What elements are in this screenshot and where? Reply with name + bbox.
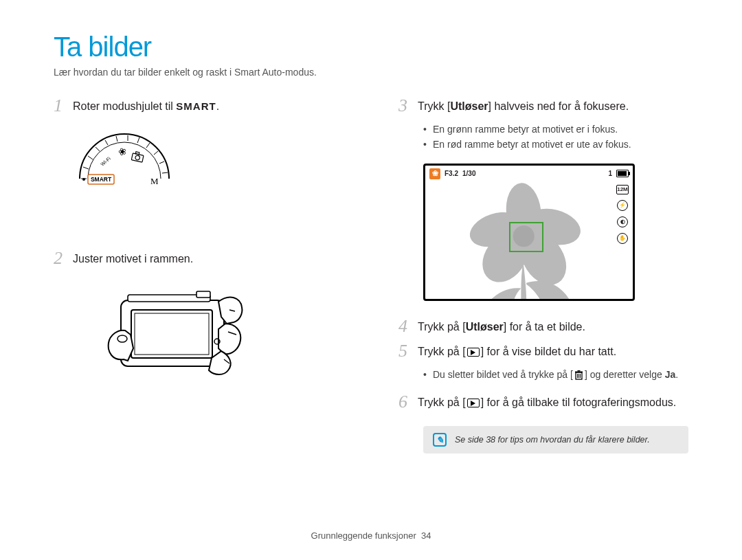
right-column: 3 Trykk [Utløser] halvveis ned for å fok…	[398, 97, 688, 453]
t: ] for å ta et bilde.	[504, 321, 585, 333]
page-subtitle: Lær hvordan du tar bilder enkelt og rask…	[54, 67, 688, 78]
t: ] halvveis ned for å fokusere.	[488, 100, 629, 112]
svg-rect-20	[131, 310, 212, 358]
step-number: 1	[54, 97, 73, 115]
step1-suffix: .	[216, 100, 219, 112]
dial-m-label: M	[150, 176, 159, 186]
step-text: Juster motivet i rammen.	[73, 249, 193, 267]
step-number: 5	[398, 342, 418, 360]
left-column: 1 Roter modushjulet til SMART.	[54, 97, 344, 453]
shutter-label: Utløser	[450, 100, 488, 112]
step-5: 5 Trykk på [] for å vise bildet du har t…	[398, 342, 688, 360]
svg-point-13	[82, 178, 85, 181]
svg-rect-23	[196, 291, 210, 298]
step5-bullets: Du sletter bildet ved å trykke på [] og …	[423, 367, 688, 382]
bullet: Du sletter bildet ved å trykke på [] og …	[423, 367, 688, 382]
mode-dial-illustration: SMART M S A P Wi-Fi ❀	[73, 127, 344, 230]
flash-icon: ⚡	[617, 200, 628, 211]
smart-mode-label: SMART	[176, 100, 216, 112]
t: .	[675, 369, 678, 380]
tip-box: ✎ Se side 38 for tips om hvordan du får …	[423, 426, 688, 453]
svg-rect-17	[73, 186, 176, 230]
step-number: 3	[398, 97, 418, 115]
step1-prefix: Roter modushjulet til	[73, 100, 176, 112]
step-text: Trykk på [Utløser] for å ta et bilde.	[418, 317, 585, 335]
t: ] og deretter velge	[585, 369, 665, 380]
svg-rect-36	[575, 372, 583, 373]
bullet: En grønn ramme betyr at motivet er i fok…	[423, 122, 688, 137]
shots-remaining: 1	[608, 170, 612, 177]
svg-point-24	[117, 335, 127, 342]
page-title: Ta bilder	[54, 32, 688, 63]
resolution-icon: 12M	[616, 185, 629, 194]
info-icon: ✎	[433, 433, 447, 447]
step-text: Trykk på [] for å vise bildet du har tat…	[418, 342, 616, 359]
step-number: 6	[398, 393, 418, 411]
playback-icon	[467, 399, 480, 407]
step3-bullets: En grønn ramme betyr at motivet er i fok…	[423, 122, 688, 153]
dial-smart-label: SMART	[91, 176, 112, 183]
t: Trykk på [	[418, 321, 466, 333]
t: Trykk på [	[418, 346, 466, 357]
step-6: 6 Trykk på [] for å gå tilbake til fotog…	[398, 393, 688, 411]
aperture-value: F3.2	[445, 170, 458, 177]
t: Trykk [	[418, 100, 450, 112]
stabilizer-icon: ✋	[617, 233, 628, 244]
metering-icon: ◐	[617, 216, 628, 227]
step-text: Roter modushjulet til SMART.	[73, 97, 219, 114]
step-2: 2 Juster motivet i rammen.	[54, 249, 344, 267]
bullet: En rød ramme betyr at motivet er ute av …	[423, 137, 688, 152]
step-4: 4 Trykk på [Utløser] for å ta et bilde.	[398, 317, 688, 335]
step-text: Trykk på [] for å gå tilbake til fotogra…	[418, 393, 676, 410]
hands-camera-illustration	[93, 280, 344, 399]
trash-icon	[574, 370, 583, 380]
step-1: 1 Roter modushjulet til SMART.	[54, 97, 344, 115]
t: ] for å gå tilbake til fotograferingsmod…	[481, 396, 677, 408]
step-text: Trykk [Utløser] halvveis ned for å fokus…	[418, 97, 629, 114]
tip-text: Se side 38 for tips om hvordan du får kl…	[455, 435, 650, 445]
lcd-preview-illustration: ❀ F3.2 1/30 1 12M ⚡ ◐ ✋	[423, 164, 688, 301]
t: Trykk på [	[418, 396, 466, 408]
shutter-label: Utløser	[466, 321, 504, 333]
t: ] for å vise bildet du har tatt.	[481, 346, 616, 357]
svg-rect-37	[577, 370, 580, 372]
footer-section: Grunnleggende funksjoner	[311, 530, 416, 541]
step-number: 2	[54, 249, 73, 267]
yes-label: Ja	[665, 369, 676, 380]
step-3: 3 Trykk [Utløser] halvveis ned for å fok…	[398, 97, 688, 115]
focus-frame-icon	[509, 222, 543, 252]
page-footer: Grunnleggende funksjoner 34	[0, 530, 742, 541]
macro-icon: ❀	[429, 168, 440, 179]
t: Du sletter bildet ved å trykke på [	[433, 369, 573, 380]
page-number: 34	[421, 530, 431, 541]
shutter-value: 1/30	[462, 170, 475, 177]
step-number: 4	[398, 317, 418, 335]
playback-icon	[467, 348, 480, 357]
